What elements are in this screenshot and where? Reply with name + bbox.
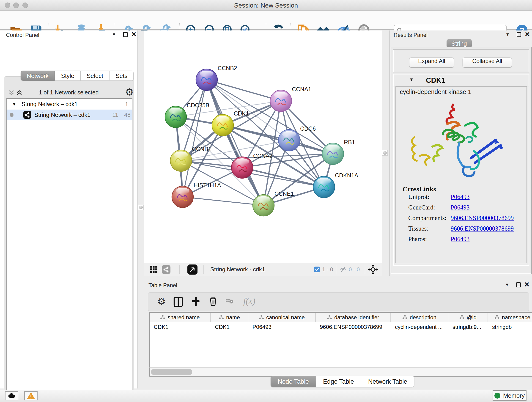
- warning-status-button[interactable]: [24, 391, 38, 400]
- network-collection-row[interactable]: ▼ String Network – cdk1 1: [7, 99, 132, 109]
- cloud-status-button[interactable]: [5, 391, 18, 400]
- table-panel-close-icon[interactable]: ✕: [524, 281, 530, 288]
- network-graph[interactable]: CCNB2CCNA1CDC25BCDK1CDC6RB1CCNB1CCNA2CDK…: [144, 31, 382, 263]
- protein-structure-image: [405, 98, 513, 185]
- table-cell-database-identifier[interactable]: 9606.ENSP00000378699: [316, 322, 391, 332]
- table-panel-menu-icon[interactable]: ▾: [506, 282, 508, 288]
- column-header-canonical-name[interactable]: canonical name: [248, 313, 316, 322]
- table-cell--id[interactable]: stringdb:9...: [448, 322, 488, 332]
- node-label-CDK1: CDK1: [234, 110, 249, 117]
- delete-column-icon[interactable]: [208, 296, 218, 307]
- gene-section-header[interactable]: ▼ CDK1: [393, 74, 529, 86]
- attribute-icon: [160, 315, 165, 320]
- table-cell-description[interactable]: cyclin-dependent ...: [391, 322, 448, 332]
- column-header-database-identifier[interactable]: database identifier: [316, 313, 391, 322]
- table-horizontal-scrollbar[interactable]: [149, 367, 532, 376]
- tab-select[interactable]: Select: [80, 70, 109, 81]
- expand-all-button[interactable]: Expand All: [409, 57, 454, 68]
- table-cell-namespace[interactable]: stringdb: [488, 322, 532, 332]
- network-canvas[interactable]: CCNB2CCNA1CDC25BCDK1CDC6RB1CCNB1CCNA2CDK…: [144, 31, 382, 263]
- scrollbar-thumb[interactable]: [151, 369, 192, 375]
- function-builder-icon[interactable]: f(x): [243, 296, 255, 306]
- network-node-HIST1H1A[interactable]: HIST1H1A: [172, 182, 221, 208]
- pan-crosshair-icon[interactable]: [368, 264, 378, 275]
- crosslink-link[interactable]: 9606.ENSP00000378699: [451, 215, 514, 222]
- memory-button[interactable]: Memory: [493, 390, 526, 401]
- table-row[interactable]: CDK1CDK1P064939606.ENSP00000378699cyclin…: [150, 322, 532, 332]
- table-header-row: shared namenamecanonical namedatabase id…: [150, 313, 532, 322]
- memory-label: Memory: [503, 392, 525, 399]
- table-cell-shared-name[interactable]: CDK1: [150, 322, 211, 332]
- attribute-icon: [259, 315, 264, 320]
- collapse-all-button[interactable]: Collapse All: [462, 57, 512, 68]
- gear-icon[interactable]: ⚙: [125, 87, 134, 97]
- table-cell-canonical-name[interactable]: P06493: [248, 322, 316, 332]
- column-header-description[interactable]: description: [391, 313, 448, 322]
- tab-string[interactable]: String: [447, 39, 472, 48]
- tab-sets[interactable]: Sets: [109, 70, 133, 81]
- network-node-CCNA1[interactable]: CCNA1: [270, 86, 311, 112]
- left-splitter[interactable]: [138, 31, 144, 389]
- crosslink-row-uniprot: Uniprot:P06493: [396, 193, 526, 204]
- column-header--id[interactable]: @id: [448, 313, 488, 322]
- column-header-shared-name[interactable]: shared name: [150, 313, 211, 322]
- column-header-namespace[interactable]: namespace: [488, 313, 532, 322]
- network-node-count: 11: [112, 112, 118, 118]
- crosslink-link[interactable]: P06493: [451, 204, 470, 211]
- clear-table-icon[interactable]: [225, 299, 234, 306]
- crosslink-label: Tissues:: [408, 225, 428, 232]
- node-label-CCNA1: CCNA1: [292, 86, 311, 92]
- add-column-icon[interactable]: [191, 296, 201, 307]
- crosslink-row-genecard: GeneCard:P06493: [396, 204, 526, 215]
- tab-edge-table[interactable]: Edge Table: [316, 376, 361, 387]
- network-node-CCNB1[interactable]: CCNB1: [170, 146, 211, 172]
- right-splitter-collapse-handle[interactable]: [382, 150, 388, 156]
- gene-collapse-icon[interactable]: ▼: [409, 77, 414, 82]
- network-edge-HIST1H1A-CCNE1[interactable]: [183, 197, 264, 205]
- grid-view-icon[interactable]: [149, 265, 158, 275]
- show-columns-icon[interactable]: [173, 297, 183, 308]
- results-panel-title: Results Panel: [394, 32, 428, 38]
- table-type-tabs: Node Table Edge Table Network Table: [271, 376, 414, 387]
- birds-eye-view-icon[interactable]: [187, 264, 197, 275]
- crosslink-link[interactable]: P06493: [451, 236, 470, 243]
- node-label-CCNB2: CCNB2: [218, 65, 237, 71]
- crosslink-link[interactable]: P06493: [451, 193, 470, 201]
- control-panel: Control Panel ▾ ✕ Network Style Select S…: [0, 31, 138, 389]
- tab-node-table[interactable]: Node Table: [271, 376, 316, 387]
- tree-expanded-icon[interactable]: ▼: [12, 102, 17, 107]
- results-panel-close-icon[interactable]: ✕: [525, 31, 530, 38]
- node-label-HIST1H1A: HIST1H1A: [194, 182, 221, 188]
- gene-section: ▼ CDK1 cyclin-dependent kinase 1: [393, 74, 529, 266]
- control-panel-tabs: Network Style Select Sets: [21, 70, 133, 81]
- network-node-CDKN1A[interactable]: CDKN1A: [313, 172, 358, 198]
- column-header-name[interactable]: name: [211, 313, 248, 322]
- cytoscape-window: Session: New Session: [0, 0, 532, 402]
- control-panel-menu-icon[interactable]: ▾: [113, 32, 115, 37]
- table-cell-name[interactable]: CDK1: [211, 322, 248, 332]
- tab-network[interactable]: Network: [21, 70, 55, 81]
- selected-checkbox-icon[interactable]: [314, 266, 320, 274]
- crosslink-link[interactable]: 9606.ENSP00000378699: [451, 225, 514, 232]
- gene-description: cyclin-dependent kinase 1: [400, 89, 471, 96]
- control-panel-close-icon[interactable]: ✕: [131, 31, 136, 38]
- results-panel-float-icon[interactable]: [517, 32, 521, 37]
- table-gear-icon[interactable]: ⚙: [157, 297, 166, 306]
- results-panel-menu-icon[interactable]: ▾: [506, 32, 509, 37]
- control-panel-float-icon[interactable]: [123, 32, 128, 37]
- network-node-RB1[interactable]: RB1: [322, 139, 355, 165]
- left-splitter-collapse-handle[interactable]: [138, 205, 144, 210]
- network-view-share-icon[interactable]: [162, 265, 171, 275]
- netbar-separator: [336, 265, 336, 274]
- hidden-eye-slash-icon[interactable]: [339, 266, 347, 274]
- crosslink-label: Uniprot:: [408, 193, 429, 201]
- node-label-CDC25B: CDC25B: [187, 102, 209, 108]
- network-row-selected[interactable]: String Network – cdk1 11 48: [7, 109, 132, 120]
- tab-network-table[interactable]: Network Table: [361, 376, 414, 387]
- gene-details: cyclin-dependent kinase 1: [395, 86, 527, 263]
- network-edge-CCNB2-HIST1H1A[interactable]: [183, 80, 207, 197]
- network-collection-label: String Network – cdk1: [22, 101, 78, 108]
- table-panel-float-icon[interactable]: [516, 282, 521, 287]
- attribute-icon: [459, 315, 464, 320]
- tab-style[interactable]: Style: [55, 70, 80, 81]
